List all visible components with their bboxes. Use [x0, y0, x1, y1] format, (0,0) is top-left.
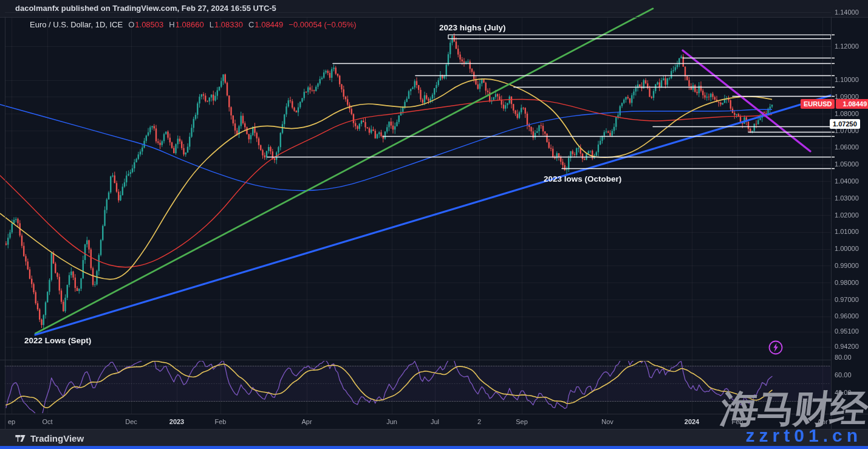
price-axis-label: 1.04000	[835, 177, 859, 185]
time-axis-label: Feb	[215, 418, 227, 425]
ohlc-pair: L1.08330	[210, 20, 243, 29]
time-axis-label: Apr	[301, 418, 312, 425]
time-axis-label: Sep	[516, 418, 528, 425]
price-axis-label: 0.94200	[835, 343, 859, 350]
time-axis-label: Jun	[386, 418, 397, 425]
footer-brand-label: TradingView	[30, 433, 84, 444]
rsi-axis-label: 80.00	[835, 354, 852, 361]
annotation-2023-highs: 2023 highs (July)	[439, 23, 506, 32]
price-axis-label: 1.06000	[835, 143, 859, 151]
time-axis-label: Dec	[125, 418, 137, 425]
tradingview-snapshot: dacolmanfx published on TradingView.com,…	[0, 0, 868, 449]
watermark-url: zzrt01.cn	[746, 425, 862, 446]
price-axis-label: 1.08000	[835, 110, 859, 117]
price-axis-label: 1.05000	[835, 160, 859, 168]
change-value: −0.00054 (−0.05%)	[289, 20, 356, 29]
price-axis-label: 1.10000	[835, 76, 859, 83]
ohlc-pair: H1.08660	[169, 20, 203, 29]
watermark-bottom-bar	[0, 446, 868, 449]
price-axis-label: 1.03000	[835, 194, 859, 202]
price-axis-label: 0.99000	[835, 262, 859, 269]
time-axis-label: Jul	[431, 418, 439, 425]
rsi-axis-label: 60.00	[835, 371, 852, 379]
price-chart-canvas[interactable]	[0, 0, 868, 449]
footer-brand[interactable]: TradingView	[15, 433, 84, 444]
symbol-tag: EURUSD	[801, 99, 835, 109]
price-axis-label: 1.00000	[835, 245, 859, 252]
annotation-2022-lows: 2022 Lows (Sept)	[24, 336, 91, 345]
time-axis-label: ep	[8, 418, 15, 425]
published-byline: dacolmanfx published on TradingView.com,…	[15, 4, 276, 13]
price-axis-label: 0.96000	[835, 312, 859, 320]
ohlc-pair: O1.08503	[128, 20, 163, 29]
time-axis-label: Nov	[601, 418, 613, 425]
watermark-title: 海马财经	[719, 390, 868, 428]
ohlc-pair: C1.08449	[248, 20, 283, 29]
price-level-badge: 1.07250	[830, 119, 860, 129]
last-price-value: 1.08449	[836, 99, 868, 109]
price-axis-label: 1.14000	[835, 9, 859, 16]
price-axis-label: 0.97000	[835, 296, 859, 303]
price-axis-label: 1.01000	[835, 228, 859, 235]
annotation-2023-lows: 2023 lows (October)	[544, 174, 621, 183]
time-axis-label: 2023	[169, 418, 184, 425]
symbol-title: Euro / U.S. Dollar, 1D, ICE	[30, 20, 123, 29]
price-axis-label: 0.95100	[835, 327, 859, 335]
lightning-icon	[768, 340, 784, 355]
price-axis-label: 1.02000	[835, 211, 859, 219]
time-axis-label: Oct	[42, 418, 52, 425]
tradingview-logo-icon	[15, 433, 26, 444]
price-axis-label: 1.12000	[835, 43, 859, 50]
last-price-badge: EURUSD 1.08449	[801, 99, 868, 109]
price-axis-label: 0.98000	[835, 279, 859, 286]
time-axis-label: 2	[477, 418, 481, 425]
time-axis-label: 2024	[685, 418, 699, 425]
ohlc-values: O1.08503H1.08660L1.08330C1.08449	[128, 20, 283, 29]
symbol-legend[interactable]: Euro / U.S. Dollar, 1D, ICE O1.08503H1.0…	[30, 20, 357, 29]
